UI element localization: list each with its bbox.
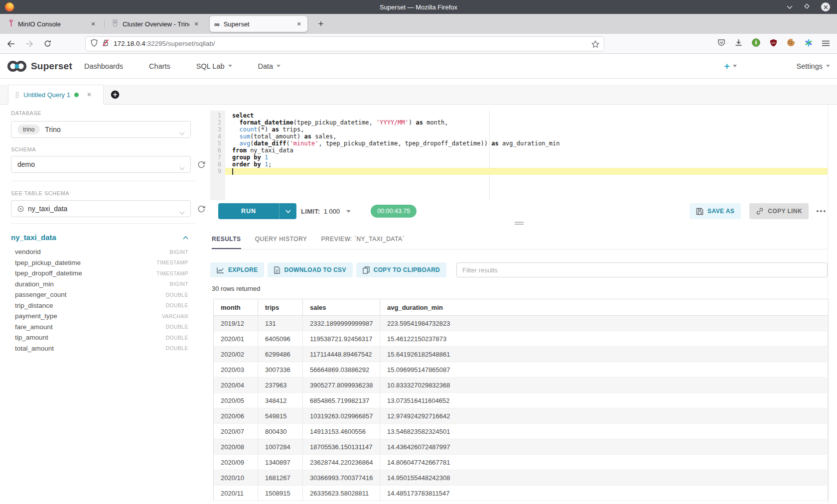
table-row[interactable]: 2020/0780043014913153.460055613.54682358… [214,424,829,439]
table-cell: 549815 [258,408,303,424]
table-row[interactable]: 2020/016405096119538721.9245631715.46122… [214,331,829,347]
column-row[interactable]: tpep_dropoff_datetimeTIMESTAMP [11,268,188,279]
column-row[interactable]: trip_distanceDOUBLE [11,300,188,311]
table-row[interactable]: 2020/10168126730366993.70037741614.95015… [214,470,829,486]
column-type: DOUBLE [165,324,188,330]
schema-select[interactable]: demo [11,156,191,173]
table-row[interactable]: 2020/053484126854865.71998213713.0735164… [214,393,829,408]
column-row[interactable]: total_amountDOUBLE [11,343,188,354]
table-row[interactable]: 2020/11150891526335623.5802881114.485173… [214,486,829,501]
sql-editor[interactable]: 123456789 select format_datetime(tpep_pi… [210,111,828,200]
column-row[interactable]: tip_amountDOUBLE [11,332,188,343]
shield-icon[interactable] [91,39,98,49]
browser-tab-title: Superset [224,20,292,28]
query-tab-close-icon[interactable]: ✕ [87,91,92,98]
column-row[interactable]: tpep_pickup_datetimeTIMESTAMP [11,257,188,268]
column-row[interactable]: fare_amountDOUBLE [11,322,188,333]
settings-menu[interactable]: Settings [797,62,830,70]
tab-query-history[interactable]: QUERY HISTORY [255,236,307,249]
table-row[interactable]: 2020/08100728418705536.15013114714.43642… [214,439,829,455]
url-bar[interactable]: 172.18.0.4 :32295/superset/sqllab/ [85,36,604,51]
table-cell: 119538721.92456317 [303,331,380,347]
table-header-cell[interactable]: month [214,299,258,316]
add-query-tab-button[interactable] [104,85,127,104]
table-cell: 10.833327029832368 [380,378,829,393]
column-row[interactable]: duration_minBIGINT [11,279,188,290]
table-cell: 13.546823582324501 [380,424,829,439]
download-csv-button[interactable]: DOWNLOAD TO CSV [268,262,352,277]
table-row[interactable]: 2020/0654981510319263.02996685712.974924… [214,408,829,424]
table-row[interactable]: 2020/026299486117114448.8946754215.64192… [214,347,829,362]
reload-icon[interactable] [41,40,54,47]
copy-clipboard-button[interactable]: COPY TO CLIPBOARD [356,262,446,277]
window-maximize-icon[interactable] [804,2,810,11]
limit-dropdown[interactable]: LIMIT: 1 000 [301,208,351,215]
ublock-icon[interactable]: uO [770,39,777,49]
extension-asterisk-icon[interactable] [805,39,813,49]
extension-green-icon[interactable] [752,38,760,49]
tab-close-icon[interactable]: ✕ [295,21,303,27]
more-options-icon[interactable] [815,207,828,215]
pocket-icon[interactable] [717,39,725,48]
downloads-icon[interactable] [735,39,742,48]
tab-preview[interactable]: PREVIEW: `NY_TAXI_DATA` [321,236,405,249]
browser-tab-minio[interactable]: MinIO Console ✕ [4,16,102,32]
query-tab[interactable]: Untitled Query 1 ✕ [8,85,104,105]
save-as-button[interactable]: SAVE AS [690,203,741,219]
tab-close-icon[interactable]: ✕ [192,21,200,27]
tab-close-icon[interactable]: ✕ [89,21,97,27]
trino-icon [112,19,119,28]
text-cursor [232,168,233,175]
copy-link-button[interactable]: COPY LINK [749,203,809,219]
explore-button[interactable]: EXPLORE [210,262,264,277]
window-close-icon[interactable] [821,2,830,11]
run-button[interactable]: RUN [218,203,296,219]
superset-navbar: Superset Dashboards Charts SQL Lab Data … [0,54,837,79]
table-header-cell[interactable]: trips [258,299,303,316]
table-cell: 56664869.03886292 [303,362,380,378]
window-minimize-icon[interactable] [787,2,793,11]
nav-charts[interactable]: Charts [149,62,170,70]
filter-results-input[interactable] [456,262,828,277]
database-value: Trino [45,126,60,133]
new-tab-button[interactable]: + [314,18,327,29]
nav-dashboards[interactable]: Dashboards [84,62,123,70]
table-row[interactable]: 2020/09134089723628744.22023686414.80604… [214,455,829,470]
code-line: avg(date_diff('minute', tpep_pickup_date… [225,140,828,147]
database-select[interactable]: trino Trino [11,121,191,138]
nav-sql-lab[interactable]: SQL Lab [196,62,232,70]
editor-code[interactable]: select format_datetime(tpep_pickup_datet… [225,111,828,200]
pane-splitter[interactable] [210,219,828,228]
refresh-table-icon[interactable] [197,205,206,213]
browser-tab-superset[interactable]: ∞ Superset ✕ [210,16,307,32]
refresh-schema-icon[interactable] [197,160,206,168]
column-row[interactable]: vendoridBIGINT [11,247,188,257]
superset-logo[interactable]: Superset [6,59,72,74]
run-options-caret[interactable] [279,203,296,219]
new-item-button[interactable]: + [724,61,736,72]
collapse-chevron-icon[interactable] [183,233,188,242]
browser-tab-trino[interactable]: Cluster Overview - Trino ✕ [107,16,205,32]
column-row[interactable]: passenger_countDOUBLE [11,289,188,300]
table-header-cell[interactable]: sales [303,299,380,316]
nav-data[interactable]: Data [258,62,281,70]
insecure-lock-icon[interactable] [102,39,109,49]
bookmark-star-icon[interactable] [591,40,599,50]
cookie-icon[interactable] [787,38,795,49]
table-select[interactable]: ny_taxi_data [11,200,191,217]
line-number: 8 [210,161,225,168]
table-value: ny_taxi_data [28,205,67,213]
table-cell: 6854865.719982137 [303,393,380,408]
column-row[interactable]: payment_typeVARCHAR [11,311,188,322]
table-row[interactable]: 2020/042379633905277.809993623810.833327… [214,378,829,393]
back-icon[interactable] [4,40,17,47]
table-header-cell[interactable]: avg_duration_min [380,299,829,316]
menu-hamburger-icon[interactable] [822,39,830,48]
table-cell: 13.073516411604652 [380,393,829,408]
table-row[interactable]: 2019/121312332.1899999999987223.59541984… [214,316,829,331]
table-cell: 12.974924292716642 [380,408,829,424]
table-row[interactable]: 2020/03300733656664869.0388629215.096995… [214,362,829,378]
column-name: trip_distance [15,302,53,309]
run-label[interactable]: RUN [218,208,279,215]
tab-results[interactable]: RESULTS [212,236,241,249]
